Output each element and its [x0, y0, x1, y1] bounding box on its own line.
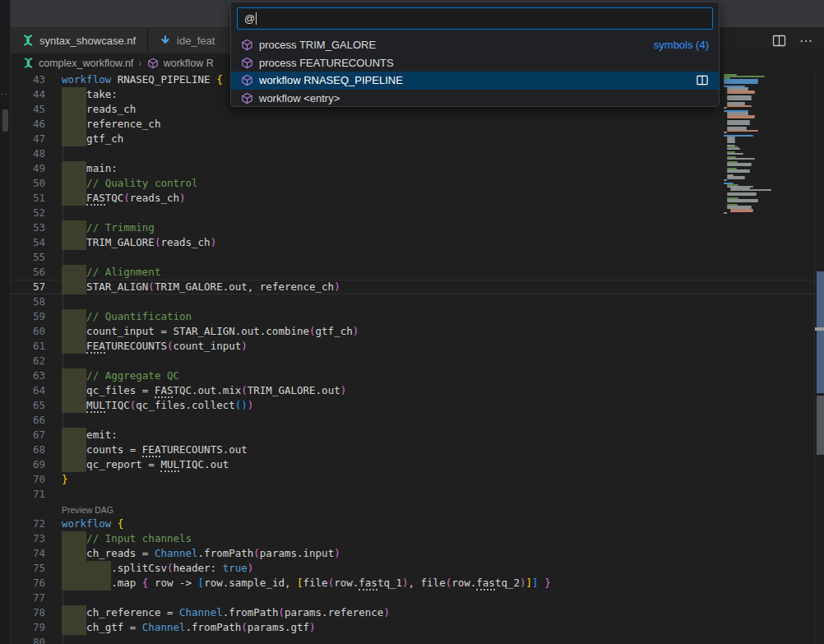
minimap[interactable] — [722, 74, 781, 271]
line-number: 57 — [11, 280, 45, 294]
code-line[interactable]: 70} — [11, 472, 814, 487]
breadcrumb-file[interactable]: complex_workflow.nf — [39, 58, 133, 69]
quick-open-item-label: workflow <entry> — [259, 92, 340, 104]
code-line[interactable]: 58 — [11, 294, 814, 309]
tab-syntax-showcase[interactable]: syntax_showcase.nf — [11, 27, 148, 53]
tab-actions: ⋯ — [772, 27, 814, 53]
code-text: .map { row -> [row.sample_id, [file(row.… — [62, 576, 551, 591]
line-number: 65 — [11, 398, 45, 413]
line-number: 43 — [11, 72, 45, 87]
line-number: 68 — [11, 442, 45, 457]
indent-guide — [62, 591, 63, 605]
codelens-preview-dag[interactable]: Preview DAG — [11, 502, 814, 517]
code-line[interactable]: 68 counts = FEATURECOUNTS.out — [11, 442, 814, 457]
rail-more-icon[interactable]: ·· — [1, 89, 8, 99]
quick-open-item[interactable]: workflow <entry> — [231, 90, 719, 108]
code-line[interactable]: 78 ch_reference = Channel.fromPath(param… — [11, 605, 814, 620]
code-line[interactable]: 46 reference_ch — [11, 117, 814, 132]
code-line[interactable]: 56 // Alignment — [11, 265, 814, 280]
code-line[interactable]: 53 // Trimming — [11, 220, 814, 235]
code-text: ch_reference = Channel.fromPath(params.r… — [62, 605, 390, 620]
code-line[interactable]: 59 // Quantification — [11, 309, 814, 324]
line-number: 48 — [11, 146, 45, 161]
symbol-cube-icon — [147, 58, 159, 69]
quick-open-item-label: process FEATURECOUNTS — [259, 57, 394, 69]
line-number: 70 — [11, 472, 45, 487]
line-number: 78 — [11, 605, 45, 620]
code-text: STAR_ALIGN(TRIM_GALORE.out, reference_ch… — [62, 280, 340, 294]
symbol-cube-icon — [241, 39, 253, 51]
code-line[interactable]: 54 TRIM_GALORE(reads_ch) — [11, 235, 814, 250]
line-number: 69 — [11, 457, 45, 472]
vscode-window: ·· syntax_showcase.nf ide_feat ⋯ — [0, 0, 824, 644]
code-line[interactable]: 50 // Quality control — [11, 176, 814, 191]
code-line[interactable]: 75 .splitCsv(header: true) — [11, 561, 814, 576]
line-number: 63 — [11, 368, 45, 383]
quick-open-item[interactable]: workflow RNASEQ_PIPELINE — [231, 72, 719, 90]
code-line[interactable]: 62 — [11, 354, 814, 368]
code-editor[interactable]: 43workflow RNASEQ_PIPELINE {44 take:45 r… — [11, 72, 814, 644]
code-text: qc_files = FASTQC.out.mix(TRIM_GALORE.ou… — [62, 383, 346, 398]
quick-open-item[interactable]: process TRIM_GALOREsymbols (4) — [231, 36, 719, 54]
minimap-line — [730, 211, 753, 212]
code-text: FASTQC(reads_ch) — [62, 191, 186, 206]
text-caret — [256, 12, 257, 25]
breadcrumb[interactable]: complex_workflow.nf › workflow R — [11, 53, 230, 72]
code-text: take: — [62, 87, 118, 102]
code-line[interactable]: 52 — [11, 206, 814, 220]
code-line[interactable]: 64 qc_files = FASTQC.out.mix(TRIM_GALORE… — [11, 383, 814, 398]
code-text: FEATURECOUNTS(count_input) — [62, 339, 248, 354]
code-line[interactable]: 65 MULTIQC(qc_files.collect()) — [11, 398, 814, 413]
quick-open-input[interactable]: @ — [237, 7, 713, 30]
code-text: workflow { — [62, 517, 123, 531]
code-line[interactable]: 49 main: — [11, 161, 814, 176]
rail-grip[interactable] — [2, 109, 8, 132]
code-text: // Trimming — [62, 220, 155, 235]
code-text: counts = FEATURECOUNTS.out — [62, 442, 248, 457]
quick-open-item[interactable]: process FEATURECOUNTS — [231, 54, 719, 72]
code-text: // Alignment — [62, 265, 160, 280]
code-line[interactable]: 57 STAR_ALIGN(TRIM_GALORE.out, reference… — [11, 280, 814, 294]
split-editor-icon[interactable] — [772, 35, 786, 47]
line-number: 59 — [11, 309, 45, 324]
left-rail: ·· — [0, 0, 11, 644]
code-line[interactable]: 63 // Aggregate QC — [11, 368, 814, 383]
scrollbar[interactable] — [814, 72, 824, 644]
code-line[interactable]: 67 emit: — [11, 428, 814, 442]
code-line[interactable]: 71 — [11, 487, 814, 502]
breadcrumb-symbol[interactable]: workflow R — [164, 58, 214, 69]
code-line[interactable]: 77 — [11, 591, 814, 605]
code-line[interactable]: 47 gtf_ch — [11, 132, 814, 146]
quick-open-item-label: workflow RNASEQ_PIPELINE — [259, 74, 403, 86]
code-line[interactable]: 48 — [11, 146, 814, 161]
code-line[interactable]: 60 count_input = STAR_ALIGN.out.combine(… — [11, 324, 814, 339]
code-line[interactable]: 73 // Input channels — [11, 531, 814, 546]
scrollbar-thumb[interactable] — [817, 271, 824, 393]
code-line[interactable]: 79 ch_gtf = Channel.fromPath(params.gtf) — [11, 620, 814, 635]
line-number: 49 — [11, 161, 45, 176]
code-text: .splitCsv(header: true) — [62, 561, 253, 576]
line-number: 76 — [11, 576, 45, 591]
line-number: 51 — [11, 191, 45, 206]
line-number: 47 — [11, 132, 45, 146]
code-line[interactable]: 55 — [11, 250, 814, 265]
line-number: 62 — [11, 354, 45, 368]
line-number: 77 — [11, 591, 45, 605]
code-line[interactable]: 76 .map { row -> [row.sample_id, [file(r… — [11, 576, 814, 591]
line-number: 45 — [11, 102, 45, 117]
line-number: 60 — [11, 324, 45, 339]
line-number: 53 — [11, 220, 45, 235]
quick-open-query: @ — [244, 12, 255, 25]
code-line[interactable]: 80 — [11, 635, 814, 644]
code-line[interactable]: 69 qc_report = MULTIQC.out — [11, 457, 814, 472]
more-actions-icon[interactable]: ⋯ — [799, 33, 814, 49]
line-number: 46 — [11, 117, 45, 132]
code-line[interactable]: 51 FASTQC(reads_ch) — [11, 191, 814, 206]
code-line[interactable]: 66 — [11, 413, 814, 428]
code-line[interactable]: 74 ch_reads = Channel.fromPath(params.in… — [11, 546, 814, 561]
code-line[interactable]: 72workflow { — [11, 517, 814, 531]
split-editor-icon[interactable] — [696, 75, 709, 86]
line-number: 50 — [11, 176, 45, 191]
code-line[interactable]: 61 FEATURECOUNTS(count_input) — [11, 339, 814, 354]
line-number: 64 — [11, 383, 45, 398]
